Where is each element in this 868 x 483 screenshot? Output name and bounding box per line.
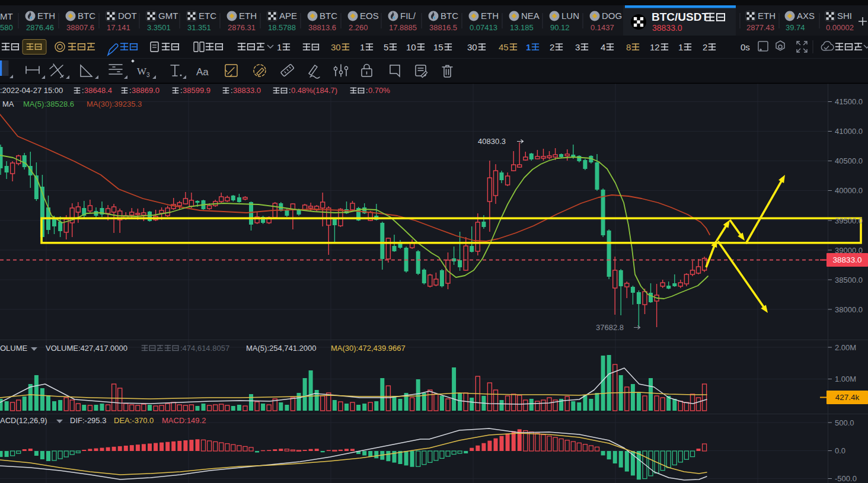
svg-text:45: 45 [499, 42, 509, 52]
svg-text:1: 1 [277, 42, 282, 52]
svg-text:41500.0: 41500.0 [835, 97, 863, 106]
svg-text:2877.43: 2877.43 [746, 23, 774, 32]
svg-text:2876.46: 2876.46 [26, 23, 54, 32]
svg-text:0.48%(184.7): 0.48%(184.7) [291, 86, 337, 95]
svg-text:MA: MA [2, 100, 14, 108]
svg-text:40000.0: 40000.0 [835, 186, 863, 195]
svg-text:MA(30):472,439.9667: MA(30):472,439.9667 [331, 344, 406, 353]
svg-text:40830.3: 40830.3 [478, 137, 506, 146]
svg-text:17.141: 17.141 [107, 23, 130, 32]
svg-text:8: 8 [626, 42, 631, 52]
svg-text:LUN: LUN [561, 11, 579, 21]
svg-text:MACD:149.2: MACD:149.2 [162, 416, 206, 425]
svg-text:2876.31: 2876.31 [228, 23, 256, 32]
svg-text:VOLUME:427,417.0000: VOLUME:427,417.0000 [46, 344, 127, 353]
svg-text:GMT: GMT [158, 11, 178, 21]
svg-text:BTC: BTC [78, 11, 95, 21]
svg-text:MA(30):39235.3: MA(30):39235.3 [87, 100, 142, 108]
svg-text:17.8885: 17.8885 [389, 23, 417, 32]
svg-text:38869.0: 38869.0 [132, 86, 159, 95]
svg-text:30: 30 [467, 42, 477, 52]
svg-text:3.3501: 3.3501 [147, 23, 171, 32]
svg-text:EOS: EOS [360, 11, 379, 21]
svg-text:0s: 0s [741, 42, 750, 52]
svg-text:ETC: ETC [199, 11, 216, 21]
svg-text:2: 2 [703, 42, 707, 52]
svg-text:0.07413: 0.07413 [470, 23, 497, 32]
svg-text:0.00002: 0.00002 [826, 23, 854, 32]
svg-text:13.185: 13.185 [510, 23, 534, 32]
svg-text:OLUME: OLUME [0, 344, 28, 353]
svg-text:FIL/: FIL/ [400, 11, 416, 21]
svg-text:MA(5):254,741.2000: MA(5):254,741.2000 [246, 344, 317, 353]
svg-text:427.4k: 427.4k [835, 393, 860, 402]
svg-text:DOG: DOG [602, 11, 622, 21]
svg-text:DOT: DOT [118, 11, 137, 21]
svg-text:38833.0: 38833.0 [233, 86, 261, 95]
svg-text::2022-04-27 15:00: :2022-04-27 15:00 [0, 86, 63, 95]
svg-text:38813.6: 38813.6 [308, 23, 336, 32]
svg-text:38648.4: 38648.4 [84, 86, 112, 95]
svg-text:31.351: 31.351 [187, 23, 211, 32]
svg-text:38816.5: 38816.5 [429, 23, 457, 32]
svg-text:APE: APE [279, 11, 297, 21]
svg-text:40500.0: 40500.0 [835, 156, 863, 165]
svg-text:2: 2 [550, 42, 554, 52]
svg-text:Aa: Aa [196, 66, 209, 78]
svg-text:4: 4 [601, 42, 605, 52]
svg-text:15: 15 [433, 42, 443, 52]
svg-text:2.00M: 2.00M [835, 343, 856, 352]
svg-text:ETH: ETH [758, 11, 776, 21]
svg-text:10: 10 [406, 42, 416, 52]
svg-text:ACD(12,26,9): ACD(12,26,9) [0, 416, 47, 425]
svg-text:39.74: 39.74 [786, 23, 805, 32]
svg-text:3: 3 [575, 42, 580, 52]
svg-text:-500.0: -500.0 [835, 474, 857, 483]
svg-text:90.12: 90.12 [550, 23, 570, 32]
svg-text:38833.0: 38833.0 [652, 23, 682, 33]
svg-text:5: 5 [384, 42, 388, 52]
svg-text:12: 12 [650, 42, 660, 52]
svg-text:38807.6: 38807.6 [66, 23, 94, 32]
svg-text:38000.0: 38000.0 [835, 305, 863, 314]
svg-text:BTC: BTC [441, 11, 458, 21]
svg-text:SHI: SHI [837, 11, 852, 21]
svg-text:ETH: ETH [239, 11, 257, 21]
svg-text:NEA: NEA [521, 11, 540, 21]
svg-text:30: 30 [331, 42, 341, 52]
svg-text:39500.0: 39500.0 [835, 216, 863, 225]
svg-text:38599.9: 38599.9 [183, 86, 210, 95]
svg-text:1.00M: 1.00M [835, 375, 856, 383]
svg-text:BTC: BTC [320, 11, 337, 21]
svg-text:W: W [137, 66, 147, 77]
svg-text:0.70%: 0.70% [368, 86, 390, 95]
svg-text:MT: MT [0, 11, 13, 21]
svg-text::474,614.8057: :474,614.8057 [180, 344, 229, 353]
svg-text:38833.0: 38833.0 [833, 255, 862, 264]
svg-text:38500.0: 38500.0 [835, 276, 863, 284]
svg-text:41000.0: 41000.0 [835, 127, 863, 136]
svg-text:500.0: 500.0 [835, 418, 854, 427]
svg-text:AXS: AXS [797, 11, 815, 21]
svg-text:ETH: ETH [481, 11, 499, 21]
svg-text:2.260: 2.260 [349, 23, 368, 32]
svg-text:ETH: ETH [37, 11, 55, 21]
svg-text:0.0: 0.0 [835, 446, 845, 455]
svg-text:580: 580 [0, 23, 13, 32]
svg-text:0.1437: 0.1437 [591, 23, 614, 32]
svg-text:1: 1 [360, 42, 365, 52]
svg-text:DEA:-370.0: DEA:-370.0 [114, 416, 154, 425]
svg-text:DIF:-295.3: DIF:-295.3 [70, 416, 106, 425]
svg-text:MA(5):38528.6: MA(5):38528.6 [23, 100, 74, 108]
svg-text:1: 1 [678, 42, 683, 52]
svg-text:1: 1 [526, 42, 531, 52]
svg-text:BTC/USDT: BTC/USDT [652, 11, 709, 23]
svg-text:37682.8: 37682.8 [596, 323, 624, 332]
svg-text:18.5788: 18.5788 [268, 23, 296, 32]
svg-text:3: 3 [146, 72, 150, 78]
